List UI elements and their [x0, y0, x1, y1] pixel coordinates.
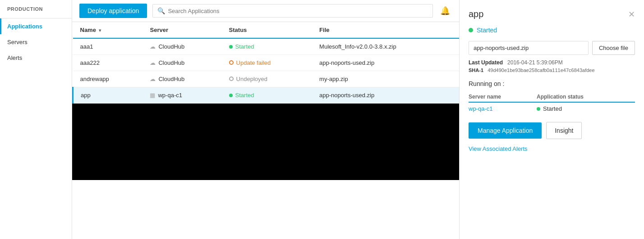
col-server: Server — [143, 22, 221, 38]
action-row: Manage Application Insight — [469, 122, 635, 139]
cell-name: andrewapp — [73, 71, 143, 87]
sidebar: PRODUCTION Applications Servers Alerts — [0, 0, 72, 239]
col-name[interactable]: Name ▾ — [73, 22, 143, 38]
last-updated-value: 2016-04-21 5:39:06PM — [507, 59, 563, 66]
choose-file-button[interactable]: Choose file — [592, 41, 635, 55]
last-updated-row: Last Updated 2016-04-21 5:39:06PM — [469, 59, 635, 66]
panel-status: Started — [469, 27, 635, 34]
cell-status: Started — [222, 87, 313, 104]
sidebar-item-alerts[interactable]: Alerts — [0, 50, 72, 66]
notification-bell-button[interactable]: 🔔 — [438, 4, 452, 18]
server-link[interactable]: wp-qa-c1 — [469, 105, 492, 112]
sha-value: 49d490e1be93bae258cafb0a111e47c6843afdee — [488, 68, 594, 73]
panel-header: app ✕ — [469, 9, 635, 19]
running-on-label: Running on : — [469, 80, 635, 87]
cell-status: Started — [222, 38, 313, 55]
cell-name: aaa1 — [73, 38, 143, 55]
cell-file: my-app.zip — [312, 71, 459, 87]
black-area — [72, 104, 459, 180]
last-updated-label: Last Updated — [469, 59, 503, 66]
table-row[interactable]: app▦wp-qa-c1Startedapp-noports-used.zip — [73, 87, 460, 104]
deploy-button[interactable]: Deploy application — [79, 4, 147, 18]
cell-name: app — [73, 87, 143, 104]
col-server-name: Server name — [469, 92, 537, 102]
file-input[interactable] — [469, 41, 589, 55]
sha-label: SHA-1 — [469, 68, 483, 73]
manage-application-button[interactable]: Manage Application — [469, 122, 542, 139]
cell-file: app-noports-used.zip — [312, 87, 459, 104]
cloud-icon: ☁ — [150, 76, 156, 82]
running-server: wp-qa-c1 — [469, 102, 537, 115]
panel-status-text: Started — [477, 27, 497, 34]
search-input[interactable] — [168, 8, 428, 14]
table-row[interactable]: aaa1☁CloudHubStartedMulesoft_Info-v2.0.0… — [73, 38, 460, 55]
insight-button[interactable]: Insight — [546, 122, 582, 139]
col-status: Status — [222, 22, 313, 38]
running-status-dot — [537, 107, 540, 111]
cell-server: ☁CloudHub — [143, 71, 221, 87]
file-row: Choose file — [469, 41, 635, 55]
col-app-status: Application status — [537, 92, 635, 102]
view-alerts-link[interactable]: View Associated Alerts — [469, 145, 635, 152]
toolbar: Deploy application 🔍 🔔 — [72, 0, 459, 22]
cell-status: Undeployed — [222, 71, 313, 87]
sort-arrow-icon: ▾ — [99, 28, 101, 33]
running-status-text: Started — [543, 105, 562, 112]
running-row: wp-qa-c1 Started — [469, 102, 635, 115]
env-label: PRODUCTION — [0, 0, 72, 18]
cell-name: aaa222 — [73, 55, 143, 71]
cell-server: ▦wp-qa-c1 — [143, 87, 221, 104]
table-row[interactable]: andrewapp☁CloudHubUndeployedmy-app.zip — [73, 71, 460, 87]
server-icon: ▦ — [150, 92, 155, 99]
cloud-icon: ☁ — [150, 59, 156, 66]
status-dot — [229, 94, 233, 97]
sidebar-item-applications[interactable]: Applications — [0, 18, 72, 34]
right-panel: app ✕ Started Choose file Last Updated 2… — [459, 0, 644, 239]
status-dot — [229, 60, 234, 65]
sha-row: SHA-1 49d490e1be93bae258cafb0a111e47c684… — [469, 68, 635, 73]
search-icon: 🔍 — [157, 7, 165, 14]
cell-server: ☁CloudHub — [143, 38, 221, 55]
cloud-icon: ☁ — [150, 43, 156, 50]
table-row[interactable]: aaa222☁CloudHubUpdate failedapp-noports-… — [73, 55, 460, 71]
cell-status: Update failed — [222, 55, 313, 71]
applications-table: Name ▾ Server Status File aaa1☁CloudHubS… — [72, 22, 459, 104]
cell-file: app-noports-used.zip — [312, 55, 459, 71]
running-status: Started — [537, 105, 635, 112]
table-area: Name ▾ Server Status File aaa1☁CloudHubS… — [72, 22, 459, 239]
status-dot — [229, 45, 233, 49]
cell-file: Mulesoft_Info-v2.0.0-3.8.x.zip — [312, 38, 459, 55]
search-box: 🔍 — [152, 4, 433, 18]
panel-title: app — [469, 9, 483, 19]
status-dot — [229, 77, 234, 81]
panel-status-dot — [469, 28, 473, 32]
running-table: Server name Application status wp-qa-c1 … — [469, 92, 635, 115]
main-area: Deploy application 🔍 🔔 Name ▾ Server Sta… — [72, 0, 459, 239]
cell-server: ☁CloudHub — [143, 55, 221, 71]
sidebar-item-servers[interactable]: Servers — [0, 34, 72, 50]
running-status-cell: Started — [537, 102, 635, 115]
close-button[interactable]: ✕ — [628, 9, 635, 19]
col-file: File — [312, 22, 459, 38]
